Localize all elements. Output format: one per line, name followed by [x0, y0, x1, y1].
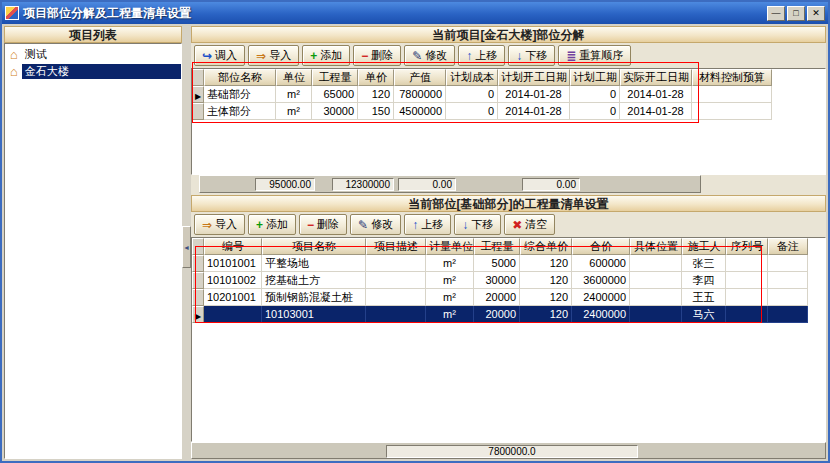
collapse-arrow-icon[interactable]: ◄ — [182, 226, 191, 268]
cell[interactable]: 0 — [570, 103, 620, 120]
cell[interactable]: 30000 — [474, 272, 520, 289]
col-header-total-price[interactable]: 合价 — [572, 238, 630, 255]
col-header-actual-start[interactable]: 实际开工日期 — [620, 69, 692, 86]
cell[interactable] — [630, 272, 682, 289]
col-header-remark[interactable]: 备注 — [768, 238, 808, 255]
project-item-test[interactable]: ⌂ 测试 — [5, 46, 181, 63]
col-header-quantity[interactable]: 工程量 — [312, 69, 358, 86]
maximize-button[interactable]: □ — [787, 6, 805, 21]
col-header-planned-cost[interactable]: 计划成本 — [446, 69, 498, 86]
cell[interactable]: 600000 — [572, 255, 630, 272]
cell[interactable]: 30000 — [312, 103, 358, 120]
add-button[interactable]: + 添加 — [248, 214, 296, 235]
titlebar[interactable]: 项目部位分解及工程量清单设置 — □ ✕ — [2, 2, 828, 24]
col-header-serial[interactable]: 序列号 — [726, 238, 768, 255]
cell[interactable]: 4500000 — [394, 103, 446, 120]
cell[interactable]: 0 — [446, 86, 498, 103]
minimize-button[interactable]: — — [767, 6, 785, 21]
col-header-planned-start[interactable]: 计划开工日期 — [498, 69, 570, 86]
table-row[interactable]: 10201001 预制钢筋混凝土桩 m² 20000 120 2400000 王… — [192, 289, 808, 306]
table-row-selected[interactable]: ▶ 10103001 m² 20000 120 2400000 马六 — [192, 306, 808, 323]
project-item-jinshi[interactable]: ⌂ 金石大楼 — [5, 63, 181, 80]
cell[interactable] — [726, 255, 768, 272]
cell[interactable] — [630, 289, 682, 306]
cell[interactable]: 2014-01-28 — [498, 103, 570, 120]
col-header-material-budget[interactable]: 材料控制预算 — [692, 69, 772, 86]
col-header-item-name[interactable]: 项目名称 — [262, 238, 366, 255]
panel-splitter[interactable]: ◄ — [182, 26, 191, 459]
col-header-comp-price[interactable]: 综合单价 — [520, 238, 572, 255]
move-up-button[interactable]: ↑ 上移 — [404, 214, 451, 235]
col-header-worker[interactable]: 施工人 — [682, 238, 726, 255]
col-header-unit[interactable]: 单位 — [276, 69, 312, 86]
cell[interactable]: m² — [426, 289, 474, 306]
delete-button[interactable]: − 删除 — [353, 45, 401, 66]
cell[interactable] — [366, 272, 426, 289]
cell[interactable] — [692, 103, 772, 120]
cell[interactable]: m² — [426, 306, 474, 323]
cell[interactable] — [768, 306, 808, 323]
cell[interactable]: 150 — [358, 103, 394, 120]
col-header-quantity[interactable]: 工程量 — [474, 238, 520, 255]
modify-button[interactable]: ✎ 修改 — [350, 214, 401, 235]
cell[interactable] — [692, 86, 772, 103]
cell[interactable]: 5000 — [474, 255, 520, 272]
cell[interactable]: 20000 — [474, 306, 520, 323]
cell[interactable]: 张三 — [682, 255, 726, 272]
cell[interactable]: 2014-01-28 — [498, 86, 570, 103]
cell[interactable]: m² — [426, 255, 474, 272]
cell[interactable]: 10103001 — [262, 306, 366, 323]
cell[interactable] — [726, 306, 768, 323]
col-header-planned-duration[interactable]: 计划工期 — [570, 69, 620, 86]
cell[interactable] — [630, 255, 682, 272]
cell[interactable]: 120 — [520, 272, 572, 289]
close-button[interactable]: ✕ — [807, 6, 825, 21]
cell[interactable]: 2400000 — [572, 289, 630, 306]
cell[interactable]: 0 — [446, 103, 498, 120]
cell[interactable]: 基础部分 — [204, 86, 276, 103]
modify-button[interactable]: ✎ 修改 — [404, 45, 455, 66]
cell[interactable]: 预制钢筋混凝土桩 — [262, 289, 366, 306]
cell[interactable] — [366, 306, 426, 323]
cell[interactable]: 2014-01-28 — [620, 103, 692, 120]
cell[interactable]: 7800000 — [394, 86, 446, 103]
cell[interactable]: 挖基础土方 — [262, 272, 366, 289]
cell[interactable]: 120 — [520, 289, 572, 306]
col-header-measure-unit[interactable]: 计量单位 — [426, 238, 474, 255]
cell[interactable] — [630, 306, 682, 323]
clear-button[interactable]: ✖ 清空 — [504, 214, 555, 235]
cell[interactable]: 马六 — [682, 306, 726, 323]
move-down-button[interactable]: ↓ 下移 — [454, 214, 501, 235]
delete-button[interactable]: − 删除 — [299, 214, 347, 235]
cell[interactable]: 3600000 — [572, 272, 630, 289]
cell[interactable]: 王五 — [682, 289, 726, 306]
move-up-button[interactable]: ↑ 上移 — [458, 45, 505, 66]
cell[interactable]: 2400000 — [572, 306, 630, 323]
table-row[interactable]: 10101002 挖基础土方 m² 30000 120 3600000 李四 — [192, 272, 808, 289]
recalc-order-button[interactable]: ≣ 重算顺序 — [558, 45, 631, 66]
cell[interactable] — [726, 272, 768, 289]
cell[interactable]: 120 — [358, 86, 394, 103]
col-header-code[interactable]: 编号 — [204, 238, 262, 255]
cell[interactable]: 120 — [520, 306, 572, 323]
cell[interactable]: 10201001 — [204, 289, 262, 306]
col-header-location[interactable]: 具体位置 — [630, 238, 682, 255]
cell[interactable]: 20000 — [474, 289, 520, 306]
cell[interactable] — [366, 289, 426, 306]
cell[interactable] — [726, 289, 768, 306]
move-down-button[interactable]: ↓ 下移 — [508, 45, 555, 66]
cell[interactable]: 2014-01-28 — [620, 86, 692, 103]
table-row[interactable]: ▶ 基础部分 m² 65000 120 7800000 0 2014-01-28… — [192, 86, 772, 103]
cell[interactable]: 120 — [520, 255, 572, 272]
cell[interactable] — [204, 306, 262, 323]
cell[interactable]: 0 — [570, 86, 620, 103]
cell[interactable]: 主体部分 — [204, 103, 276, 120]
cell[interactable]: 李四 — [682, 272, 726, 289]
table-row[interactable]: 10101001 平整场地 m² 5000 120 600000 张三 — [192, 255, 808, 272]
cell[interactable]: 65000 — [312, 86, 358, 103]
cell[interactable]: 10101001 — [204, 255, 262, 272]
cell[interactable]: 平整场地 — [262, 255, 366, 272]
cell[interactable] — [768, 289, 808, 306]
col-header-part-name[interactable]: 部位名称 — [204, 69, 276, 86]
table-row[interactable]: 主体部分 m² 30000 150 4500000 0 2014-01-28 0… — [192, 103, 772, 120]
